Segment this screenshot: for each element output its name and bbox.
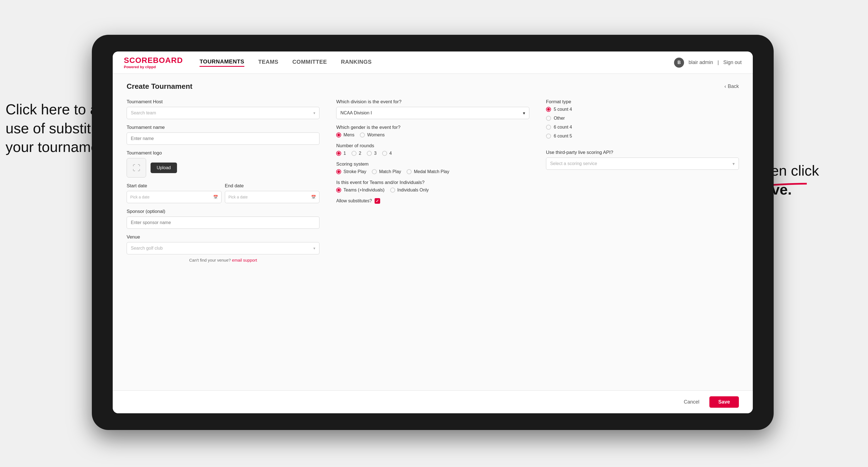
sponsor-text-input[interactable] — [131, 220, 315, 225]
round-3-radio[interactable] — [367, 151, 372, 156]
cancel-button[interactable]: Cancel — [678, 396, 705, 408]
gender-mens[interactable]: Mens — [336, 132, 354, 137]
email-support-link[interactable]: email support — [232, 258, 257, 262]
venue-input[interactable]: Search golf club ▾ — [127, 242, 319, 254]
venue-placeholder: Search golf club — [131, 246, 163, 251]
format-other-label: Other — [554, 116, 565, 121]
format-6count5[interactable]: 6 count 5 — [546, 133, 739, 138]
scoring-stroke-radio[interactable] — [336, 169, 341, 174]
scoring-medal-label: Medal Match Play — [414, 169, 449, 174]
format-6count4-radio[interactable] — [546, 125, 551, 130]
division-caret-icon: ▾ — [523, 111, 525, 116]
round-1-radio[interactable] — [336, 151, 341, 156]
round-2-radio[interactable] — [351, 151, 356, 156]
teams-individuals-radio[interactable] — [390, 188, 395, 193]
tournament-host-group: Tournament Host Search team ▾ — [127, 99, 319, 119]
nav-committee[interactable]: COMMITTEE — [292, 59, 327, 66]
division-value: NCAA Division I — [340, 111, 372, 116]
round-2[interactable]: 2 — [351, 151, 361, 156]
round-3[interactable]: 3 — [367, 151, 376, 156]
back-link[interactable]: ‹ Back — [724, 84, 739, 89]
nav-rankings[interactable]: RANKINGS — [341, 59, 372, 66]
format-5count4[interactable]: 5 count 4 — [546, 107, 739, 112]
round-4-radio[interactable] — [382, 151, 387, 156]
gender-womens-radio[interactable] — [360, 132, 365, 137]
round-2-label: 2 — [359, 151, 361, 156]
format-other-radio[interactable] — [546, 116, 551, 121]
teams-label: Is this event for Teams and/or Individua… — [336, 180, 529, 185]
host-placeholder: Search team — [131, 111, 156, 116]
gender-womens[interactable]: Womens — [360, 132, 384, 137]
rounds-group: Number of rounds 1 2 — [336, 143, 529, 156]
round-1[interactable]: 1 — [336, 151, 346, 156]
format-5count4-radio[interactable] — [546, 107, 551, 112]
format-other[interactable]: Other — [546, 116, 739, 121]
scoring-stroke[interactable]: Stroke Play — [336, 169, 366, 174]
host-label: Tournament Host — [127, 99, 319, 105]
division-label: Which division is the event for? — [336, 99, 529, 105]
save-button[interactable]: Save — [709, 396, 739, 408]
end-date-placeholder: Pick a date — [228, 195, 248, 199]
dates-group: Start date End date Pick a date 📅 Pick a… — [127, 183, 319, 203]
scoring-stroke-label: Stroke Play — [343, 169, 366, 174]
nav-teams[interactable]: TEAMS — [258, 59, 279, 66]
start-date-input[interactable]: Pick a date 📅 — [127, 191, 221, 203]
api-group: Use third-party live scoring API? Select… — [546, 150, 739, 170]
gender-mens-radio[interactable] — [336, 132, 341, 137]
gender-mens-label: Mens — [343, 132, 354, 137]
venue-label: Venue — [127, 234, 319, 240]
round-4[interactable]: 4 — [382, 151, 392, 156]
format-6count4[interactable]: 6 count 4 — [546, 125, 739, 130]
substitutes-item[interactable]: Allow substitutes? ✓ — [336, 198, 529, 204]
name-text-input[interactable] — [131, 136, 315, 141]
format-5count4-label: 5 count 4 — [554, 107, 572, 112]
api-label: Use third-party live scoring API? — [546, 150, 739, 155]
sponsor-group: Sponsor (optional) — [127, 209, 319, 229]
tablet-screen: SCOREBOARD Powered by clippd TOURNAMENTS… — [113, 52, 753, 413]
nav-right: B blair admin | Sign out — [674, 58, 742, 68]
scoring-medal[interactable]: Medal Match Play — [407, 169, 449, 174]
format-group: Format type 5 count 4 Other — [546, 99, 739, 138]
teams-group: Is this event for Teams and/or Individua… — [336, 180, 529, 193]
logo-label: Tournament logo — [127, 150, 319, 156]
gender-womens-label: Womens — [367, 132, 384, 137]
format-6count4-label: 6 count 4 — [554, 125, 572, 130]
teams-both[interactable]: Teams (+Individuals) — [336, 188, 384, 193]
format-6count5-radio[interactable] — [546, 133, 551, 138]
logo-upload-area: ⛶ Upload — [127, 158, 319, 178]
scoring-match[interactable]: Match Play — [372, 169, 401, 174]
venue-caret-icon: ▾ — [313, 246, 315, 250]
teams-both-radio[interactable] — [336, 188, 341, 193]
nav-tournaments[interactable]: TOURNAMENTS — [199, 58, 244, 67]
api-select[interactable]: Select a scoring service ▾ — [546, 158, 739, 170]
round-3-label: 3 — [374, 151, 376, 156]
division-select[interactable]: NCAA Division I ▾ — [336, 107, 529, 119]
back-label: Back — [728, 84, 739, 89]
substitutes-group: Allow substitutes? ✓ — [336, 198, 529, 204]
format-label: Format type — [546, 99, 739, 105]
scoring-match-radio[interactable] — [372, 169, 377, 174]
end-date-input[interactable]: Pick a date 📅 — [225, 191, 320, 203]
name-input[interactable] — [127, 132, 319, 145]
host-caret-icon: ▾ — [313, 111, 315, 115]
name-label: Tournament name — [127, 125, 319, 130]
date-row: Pick a date 📅 Pick a date 📅 — [127, 191, 319, 203]
tablet-device: SCOREBOARD Powered by clippd TOURNAMENTS… — [92, 35, 774, 430]
start-date-label: Start date — [127, 183, 221, 189]
logo-scoreboard: SCOREBOARD — [124, 56, 183, 65]
form-col-1: Tournament Host Search team ▾ Tournament… — [127, 99, 319, 262]
navbar: SCOREBOARD Powered by clippd TOURNAMENTS… — [113, 52, 753, 74]
scoring-medal-radio[interactable] — [407, 169, 412, 174]
sign-out-link[interactable]: Sign out — [723, 60, 742, 65]
format-6count5-label: 6 count 5 — [554, 133, 572, 138]
scoring-match-label: Match Play — [379, 169, 401, 174]
substitutes-label: Allow substitutes? — [336, 198, 372, 204]
teams-individuals[interactable]: Individuals Only — [390, 188, 429, 193]
host-input[interactable]: Search team ▾ — [127, 107, 319, 119]
logo-placeholder-icon[interactable]: ⛶ — [127, 158, 146, 178]
page-title: Create Tournament — [127, 82, 192, 91]
upload-button[interactable]: Upload — [151, 162, 177, 173]
sponsor-input[interactable] — [127, 217, 319, 229]
substitutes-checkbox[interactable]: ✓ — [375, 198, 380, 204]
tournament-name-group: Tournament name — [127, 125, 319, 145]
